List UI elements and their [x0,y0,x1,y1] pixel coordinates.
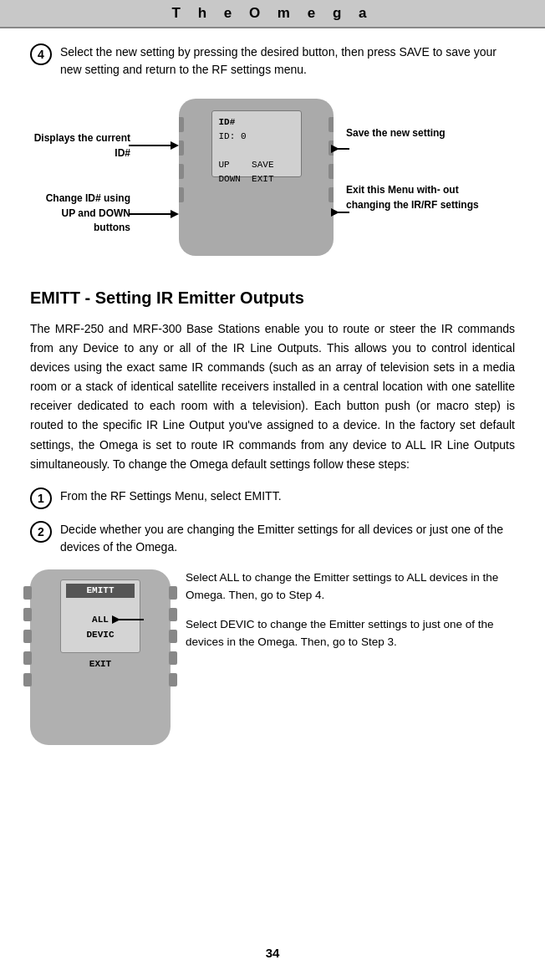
diagram-1: Displays the current ID# Change ID# usin… [30,90,515,270]
label-change: Change ID# using UP and DOWN buttons [30,191,130,235]
device-image-2: EMITT ALL DEVIC EXIT [30,569,171,745]
step-1-block: 1 From the RF Settings Menu, select EMIT… [30,487,515,509]
page-number: 34 [266,946,280,960]
arrow-diagram2 [112,613,152,626]
step-1-circle: 1 [30,487,52,509]
step-2-text: Decide whether you are changing the Emit… [60,521,515,556]
device-screen-1: ID# ID: 0 UP SAVE DOWN EXIT [211,110,302,177]
arrow-save [331,142,349,156]
step-2-circle: 2 [30,521,52,543]
svg-marker-1 [171,141,179,150]
step-2-block: 2 Decide whether you are changing the Em… [30,521,515,556]
diagram2-text-all: Select ALL to change the Emitter setting… [186,569,515,605]
label-save: Save the new setting [346,125,501,140]
label-displays: Displays the current ID# [30,130,130,160]
arrow-exit [331,206,349,219]
page-footer: 34 [0,946,545,960]
diagram2-text-devic: Select DEVIC to change the Emitter setti… [186,616,515,651]
step-1-text: From the RF Settings Menu, select EMITT. [60,487,515,505]
diagram2-text-block: Select ALL to change the Emitter setting… [186,569,515,663]
header-title: T h e O m e g a [172,5,374,21]
device-image-1: ID# ID: 0 UP SAVE DOWN EXIT [179,99,334,256]
diagram-2: EMITT ALL DEVIC EXIT Select ALL to chang… [30,569,515,745]
svg-marker-3 [171,210,179,218]
step-4-block: 4 Select the new setting by pressing the… [30,43,515,79]
arrow-change [129,207,179,221]
body-text: The MRF-250 and MRF-300 Base Stations en… [30,319,515,474]
arrow-displays [129,139,179,152]
step-4-circle: 4 [30,43,52,65]
page-header: T h e O m e g a [0,0,545,28]
svg-marker-9 [112,615,120,624]
label-exit: Exit this Menu with- out changing the IR… [346,182,501,212]
step-4-text: Select the new setting by pressing the d… [60,43,515,79]
section-title: EMITT - Setting IR Emitter Outputs [30,288,515,308]
